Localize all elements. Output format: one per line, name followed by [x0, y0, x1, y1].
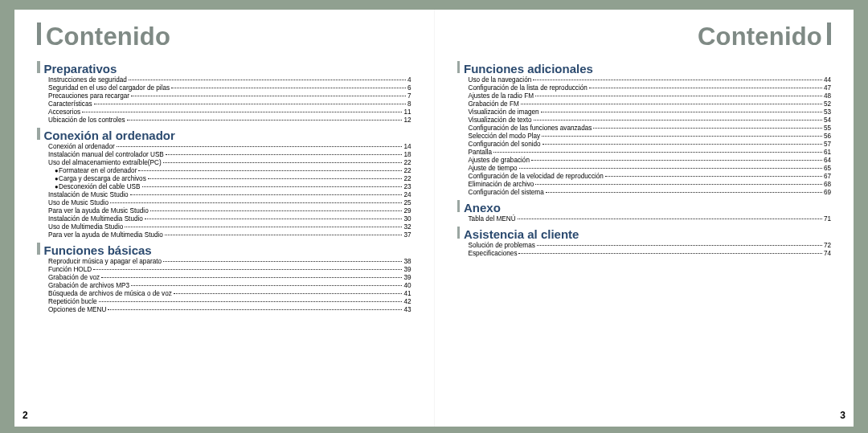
toc-section: Asistencia al clienteSolución de problem…: [457, 227, 832, 258]
toc-entry-page: 37: [403, 231, 411, 239]
toc-entry: Tabla del MENÚ71: [469, 215, 832, 223]
toc-entry-label: Configuración del sistema: [469, 189, 544, 197]
page-right: Contenido Funciones adicionalesUso de la…: [434, 10, 854, 427]
toc-entry-page: 7: [407, 92, 411, 100]
toc-entry-page: 48: [824, 92, 831, 100]
toc-list: Solución de problemas72Especificaciones7…: [469, 242, 832, 258]
toc-entry-label: Instalación manual del controlador USB: [48, 151, 164, 159]
page-title: Contenido: [46, 22, 170, 51]
leader-dots: [518, 219, 822, 219]
toc-entry-label: Grabación de voz: [48, 274, 100, 282]
toc-entry: Para ver la ayuda de Music Studio29: [48, 207, 411, 215]
leader-dots: [110, 202, 402, 203]
leader-dots: [534, 120, 822, 121]
toc-entry: Configuración de las funciones avanzadas…: [469, 125, 832, 133]
leader-dots: [535, 184, 821, 185]
toc-entry: Instrucciones de seguridad4: [48, 76, 411, 84]
toc-body-right: Funciones adicionalesUso de la navegació…: [457, 58, 832, 259]
toc-entry-page: 23: [403, 183, 411, 191]
leader-dots: [605, 176, 822, 177]
toc-entry-page: 61: [824, 149, 831, 157]
leader-dots: [131, 96, 406, 96]
toc-entry: Características8: [48, 100, 411, 108]
section-heading: Funciones básicas: [37, 243, 411, 257]
leader-dots: [94, 104, 406, 104]
toc-entry-label: Ajustes de grabación: [469, 157, 530, 165]
toc-entry-page: 8: [407, 100, 411, 108]
toc-entry: Grabación de FM52: [469, 100, 832, 108]
toc-section: Funciones básicasReproducir música y apa…: [37, 243, 411, 314]
toc-entry-page: 56: [824, 133, 831, 141]
section-heading: Funciones adicionales: [457, 61, 832, 76]
toc-entry-label: Configuración de las funciones avanzadas: [469, 125, 592, 133]
page-spread: Contenido PreparativosInstrucciones de s…: [14, 10, 854, 427]
toc-entry-label: Grabación de FM: [469, 100, 519, 108]
leader-dots: [130, 194, 403, 195]
toc-section: AnexoTabla del MENÚ71: [457, 200, 832, 223]
page-left: Contenido PreparativosInstrucciones de s…: [14, 10, 434, 427]
toc-entry: Eliminación de archivo68: [469, 181, 832, 189]
toc-entry-page: 22: [403, 175, 411, 183]
toc-entry: Visualización de texto54: [469, 116, 832, 125]
toc-entry-page: 55: [824, 125, 831, 133]
toc-entry: Uso del almacenamiento extraíble(PC)22: [48, 159, 411, 167]
leader-dots: [174, 293, 403, 294]
section-title: Conexión al ordenador: [44, 129, 175, 142]
toc-entry-page: 67: [824, 173, 831, 181]
toc-entry-page: 42: [403, 298, 411, 306]
toc-entry-label: Búsqueda de archivos de música o de voz: [48, 290, 172, 298]
toc-entry: Configuración de la velocidad de reprodu…: [469, 173, 832, 181]
section-title: Anexo: [464, 201, 501, 214]
leader-dots: [542, 144, 822, 145]
toc-entry-page: 47: [824, 84, 831, 92]
toc-entry-page: 52: [824, 100, 831, 108]
toc-entry: Visualización de imagen53: [469, 108, 832, 116]
toc-entry-label: Carga y descarga de archivos: [59, 175, 146, 183]
toc-entry: Repetición bucle42: [48, 298, 411, 306]
leader-dots: [93, 269, 402, 270]
toc-entry-label: Pantalla: [469, 149, 493, 157]
toc-section: Funciones adicionalesUso de la navegació…: [457, 61, 832, 197]
toc-entry-page: 68: [824, 181, 831, 189]
toc-entry-label: Repetición bucle: [48, 298, 97, 306]
toc-entry-label: Opciones de MENU: [48, 306, 106, 314]
toc-entry-label: Ubicación de los controles: [48, 116, 125, 125]
leader-dots: [519, 168, 822, 169]
toc-entry-label: Instalación de Multimedia Studio: [48, 215, 143, 223]
section-bar-icon: [37, 243, 40, 255]
toc-entry-label: Especificaciones: [469, 250, 518, 258]
section-title: Asistencia al cliente: [464, 227, 579, 241]
toc-entry-label: Ajustes de la radio FM: [469, 92, 534, 100]
toc-entry-page: 29: [403, 207, 411, 215]
toc-entry-label: Para ver la ayuda de Multimedia Studio: [48, 231, 163, 239]
toc-entry-label: Uso de Multimedia Studio: [48, 223, 123, 231]
toc-entry: Seguridad en el uso del cargador de pila…: [48, 84, 411, 92]
leader-dots: [163, 261, 402, 262]
toc-entry: Para ver la ayuda de Multimedia Studio37: [48, 231, 411, 239]
toc-entry-label: Instalación de Music Studio: [48, 191, 129, 199]
toc-entry-label: Para ver la ayuda de Music Studio: [48, 207, 149, 215]
title-row-right: Contenido: [457, 22, 832, 51]
section-bar-icon: [37, 128, 40, 140]
page-title: Contenido: [698, 22, 822, 51]
toc-entry-label: Características: [48, 100, 92, 108]
leader-dots: [537, 245, 822, 246]
toc-body-left: PreparativosInstrucciones de seguridad4S…: [37, 58, 411, 316]
toc-entry-page: 71: [824, 215, 831, 223]
leader-dots: [131, 285, 402, 286]
toc-entry-page: 69: [824, 189, 831, 197]
section-heading: Conexión al ordenador: [37, 128, 411, 142]
page-number: 3: [840, 410, 845, 421]
leader-dots: [521, 104, 822, 104]
leader-dots: [117, 146, 403, 147]
toc-section: Conexión al ordenadorConexión al ordenad…: [37, 128, 411, 239]
leader-dots: [541, 112, 822, 112]
toc-entry-label: Configuración del sonido: [469, 141, 541, 149]
toc-entry-page: 40: [403, 282, 411, 290]
toc-entry-page: 25: [403, 199, 411, 207]
toc-section: PreparativosInstrucciones de seguridad4S…: [37, 61, 411, 125]
toc-entry: Ubicación de los controles12: [48, 116, 411, 125]
toc-entry: Selección del modo Play56: [469, 133, 832, 141]
section-heading: Anexo: [457, 200, 832, 214]
toc-entry: Precauciones para recargar7: [48, 92, 411, 100]
